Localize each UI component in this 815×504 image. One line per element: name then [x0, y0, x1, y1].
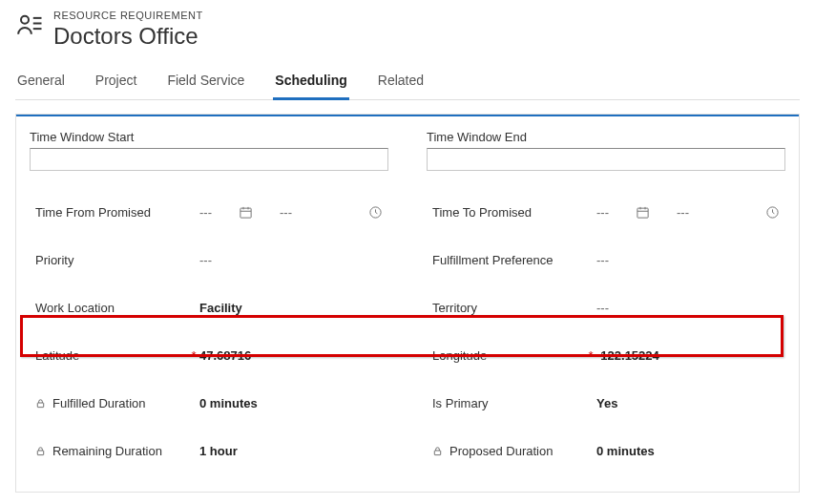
- tab-scheduling[interactable]: Scheduling: [273, 63, 348, 99]
- tab-related[interactable]: Related: [376, 63, 426, 99]
- entity-type-label: RESOURCE REQUIREMENT: [53, 10, 203, 21]
- field-territory[interactable]: ---: [596, 301, 780, 315]
- field-remaining-duration: 1 hour: [199, 444, 383, 458]
- label-time-to-promised: Time To Promised: [432, 205, 585, 220]
- page-title: Doctors Office: [53, 23, 203, 50]
- label-longitude: Longitude: [432, 348, 585, 363]
- label-time-from-promised: Time From Promised: [35, 205, 188, 220]
- field-work-location[interactable]: Facility: [199, 301, 383, 315]
- clock-icon[interactable]: [368, 205, 383, 220]
- label-remaining-duration: Remaining Duration: [52, 444, 162, 458]
- label-is-primary: Is Primary: [432, 396, 585, 410]
- entity-icon: [15, 11, 48, 40]
- label-work-location: Work Location: [35, 301, 188, 315]
- section-title-left: Time Window Start: [30, 130, 388, 144]
- field-latitude[interactable]: 47.68716: [199, 348, 383, 363]
- field-proposed-duration: 0 minutes: [596, 444, 780, 458]
- tab-general[interactable]: General: [15, 63, 67, 99]
- label-fulfilled-duration: Fulfilled Duration: [52, 396, 146, 410]
- tab-bar: General Project Field Service Scheduling…: [15, 63, 800, 100]
- form-panel: Time Window Start Time From Promised ---…: [15, 114, 800, 493]
- tab-project[interactable]: Project: [94, 63, 139, 99]
- page-header: RESOURCE REQUIREMENT Doctors Office: [15, 0, 800, 61]
- required-marker: *: [188, 348, 199, 363]
- label-proposed-duration: Proposed Duration: [449, 444, 553, 458]
- label-territory: Territory: [432, 301, 585, 315]
- svg-point-0: [21, 16, 29, 24]
- svg-rect-10: [37, 451, 43, 455]
- calendar-icon[interactable]: [239, 205, 253, 220]
- svg-rect-4: [240, 208, 251, 218]
- lock-icon: [432, 444, 444, 457]
- clock-icon[interactable]: [765, 205, 780, 220]
- lock-icon: [35, 396, 47, 410]
- label-fulfillment-preference: Fulfillment Preference: [432, 253, 585, 267]
- tab-field-service[interactable]: Field Service: [165, 63, 246, 99]
- field-fulfilled-duration: 0 minutes: [199, 396, 383, 410]
- field-is-primary[interactable]: Yes: [596, 396, 780, 410]
- required-marker: *: [585, 348, 596, 363]
- svg-rect-11: [637, 208, 648, 218]
- field-fulfillment-preference[interactable]: ---: [596, 253, 780, 267]
- svg-rect-9: [37, 403, 43, 408]
- svg-rect-16: [434, 451, 440, 455]
- field-longitude[interactable]: -122.15224: [596, 348, 780, 363]
- calendar-icon[interactable]: [636, 205, 650, 220]
- field-priority[interactable]: ---: [199, 253, 383, 267]
- label-priority: Priority: [35, 253, 188, 267]
- time-window-end-input[interactable]: [427, 148, 785, 171]
- lock-icon: [35, 444, 47, 457]
- time-window-start-input[interactable]: [30, 148, 388, 171]
- label-latitude: Latitude: [35, 348, 188, 363]
- section-title-right: Time Window End: [427, 130, 785, 144]
- field-time-from-promised[interactable]: --- ---: [199, 205, 383, 220]
- field-time-to-promised[interactable]: --- ---: [596, 205, 780, 220]
